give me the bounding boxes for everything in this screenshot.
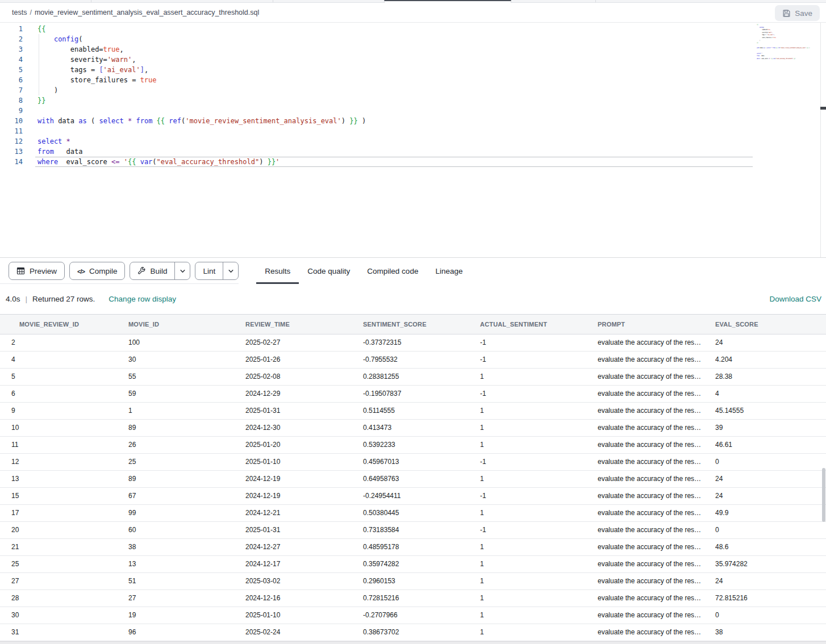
save-button[interactable]: Save [775,5,820,21]
code-token: , [770,29,770,31]
code-icon: </> [77,267,85,275]
minimap-line: where eval_score <= '{{ var("eval_accura… [757,58,820,61]
cell-sentiment_score: 0.35974282 [352,555,469,572]
cell-prompt: evaluate the accuracy of the res… [586,436,704,453]
code-content[interactable]: {{ config( enabled=true, severity='warn'… [35,24,826,167]
cell-actual_sentiment: -1 [469,453,586,470]
tab-results[interactable]: Results [256,258,299,284]
column-header-movie_review_id: MOVIE_REVIEW_ID [0,315,117,334]
cell-prompt: evaluate the accuracy of the res… [586,487,704,504]
floppy-icon [782,9,791,18]
chevron-down-icon [180,268,186,274]
cell-movie_id: 67 [117,487,234,504]
code-token: ) [37,86,58,94]
cell-review_time: 2025-02-08 [234,368,352,385]
cell-actual_sentiment: 1 [469,624,586,641]
table-row: 4302025-01-26-0.7955532-1evaluate the ac… [0,351,826,368]
cell-prompt: evaluate the accuracy of the res… [586,521,704,538]
code-editor[interactable]: 1234567891011121314 {{ config( enabled=t… [0,23,826,257]
code-line[interactable]: enabled=true, [35,44,826,55]
table-scrollbar-thumb[interactable] [822,468,825,522]
compile-button[interactable]: </>Compile [69,262,125,280]
cell-review_time: 2025-02-27 [234,334,352,351]
code-line[interactable]: with data as ( select * from {{ ref('mov… [35,116,826,126]
code-token: ) [757,40,760,41]
code-line[interactable]: {{ [35,24,826,34]
prompt-preview-text: evaluate the accuracy of the res… [598,560,701,568]
overview-ruler [820,23,821,257]
lint-button[interactable]: Lint [195,262,239,280]
table-row: 21002025-02-27-0.37372315-1evaluate the … [0,334,826,351]
line-number: 6 [0,75,23,85]
code-line[interactable] [35,106,826,116]
cell-movie_review_id: 17 [0,504,117,521]
code-line[interactable]: tags = ['ai_eval'], [35,65,826,75]
cell-movie_id: 96 [117,624,234,641]
cell-review_time: 2025-01-10 [234,453,352,470]
build-dropdown-toggle[interactable] [174,262,190,279]
code-line[interactable]: }} [35,95,826,106]
code-line[interactable]: select * [35,136,826,147]
breadcrumb-separator: / [30,9,31,16]
cell-review_time: 2024-12-16 [234,589,352,607]
minimap[interactable]: {{ config( enabled=true, severity='warn'… [757,24,820,92]
cell-review_time: 2024-12-19 [234,470,352,487]
table-row: 25132024-12-170.359742821evaluate the ac… [0,555,826,572]
cell-movie_id: 38 [117,538,234,555]
code-line[interactable]: config( [35,34,826,44]
build-button[interactable]: Build [130,262,190,280]
change-row-display-link[interactable]: Change row display [109,295,176,303]
tab-compiled-code[interactable]: Compiled code [358,258,427,284]
prompt-preview-text: evaluate the accuracy of the res… [598,373,701,380]
horizontal-scrollbar-track[interactable] [0,641,826,644]
code-line[interactable]: from data [35,147,826,157]
lint-dropdown-toggle[interactable] [223,262,238,279]
cell-movie_id: 99 [117,504,234,521]
code-line-active[interactable]: where eval_score <= '{{ var("eval_accura… [35,157,753,167]
cell-movie_review_id: 15 [0,487,117,504]
code-token: {{ [157,117,165,125]
cell-movie_review_id: 27 [0,572,117,589]
cell-eval_score: 49.9 [704,504,826,521]
line-number: 3 [0,44,23,55]
table-row: 21382024-12-270.485951781evaluate the ac… [0,538,826,555]
prompt-preview-text: evaluate the accuracy of the res… [598,441,701,449]
cell-movie_review_id: 13 [0,470,117,487]
prompt-preview-text: evaluate the accuracy of the res… [598,611,701,619]
code-line[interactable]: ) [35,85,826,95]
prompt-preview-text: evaluate the accuracy of the res… [598,458,701,466]
tab-code-quality[interactable]: Code quality [299,258,358,284]
column-header-prompt: PROMPT [586,315,704,334]
tab-lineage[interactable]: Lineage [427,258,471,284]
cell-actual_sentiment: 1 [469,555,586,572]
line-number: 11 [0,126,23,136]
scroll-annotation-marker[interactable] [820,107,826,110]
cell-movie_review_id: 20 [0,521,117,538]
code-line[interactable]: severity='warn', [35,55,826,65]
code-token: from [136,117,152,125]
download-csv-link[interactable]: Download CSV [769,295,821,303]
code-line[interactable] [35,126,826,136]
cell-review_time: 2025-03-02 [234,572,352,589]
cell-prompt: evaluate the accuracy of the res… [586,607,704,624]
code-token: eval_score [58,158,111,166]
code-token: , [132,56,136,64]
tab-divider [273,0,273,2]
cell-sentiment_score: 0.45967013 [352,453,469,470]
code-token: store_failures = [37,76,140,84]
code-token: }} [349,117,357,125]
query-status-bar: 4.0s | Returned 27 rows. Change row disp… [0,284,826,315]
cell-review_time: 2025-01-10 [234,607,352,624]
cell-movie_id: 55 [117,368,234,385]
breadcrumb-dir: tests [12,9,27,16]
cell-eval_score: 24 [704,487,826,504]
cell-eval_score: 28.38 [704,368,826,385]
cell-prompt: evaluate the accuracy of the res… [586,538,704,555]
code-line[interactable]: store_failures = true [35,75,826,85]
cell-sentiment_score: 0.72815216 [352,589,469,607]
code-token: true [773,37,776,39]
preview-button[interactable]: Preview [9,262,65,280]
table-row: 12252025-01-100.45967013-1evaluate the a… [0,453,826,470]
code-token: ] [140,66,144,74]
line-number: 14 [0,157,23,167]
